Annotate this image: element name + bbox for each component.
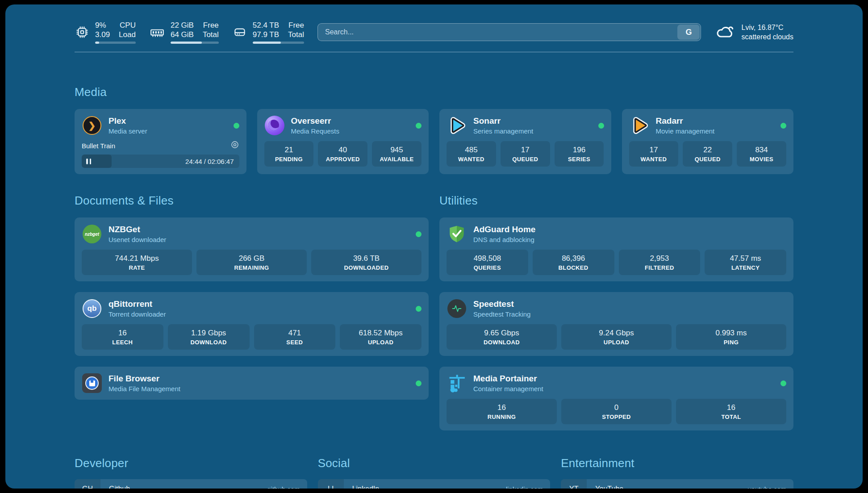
card-nzbget[interactable]: nzbget NZBGet Usenet downloader 744.21 M… bbox=[75, 217, 429, 281]
memory-progress-bar bbox=[171, 42, 219, 44]
bookmark-github[interactable]: GH Github github.com bbox=[75, 479, 307, 489]
bookmarks-entertainment: Entertainment YT YouTube youtube.com NF … bbox=[561, 456, 793, 489]
stat-total: 16 TOTAL bbox=[676, 399, 786, 424]
stat-queued: 17 QUEUED bbox=[501, 141, 550, 167]
status-dot bbox=[416, 123, 421, 129]
bookmark-youtube[interactable]: YT YouTube youtube.com bbox=[561, 479, 793, 489]
bookmark-abbr: LI bbox=[318, 479, 344, 489]
section-title-documents: Documents & Files bbox=[75, 194, 429, 208]
card-subtitle: Movie management bbox=[656, 127, 715, 136]
card-radarr[interactable]: Radarr Movie management 17 WANTED 22 QUE… bbox=[622, 109, 794, 174]
cpu-progress-bar bbox=[95, 42, 136, 44]
card-adguard[interactable]: AdGuard Home DNS and adblocking 498,508 … bbox=[439, 217, 793, 281]
playback-time: 24:44 / 02:06:47 bbox=[185, 158, 234, 165]
card-subtitle: Usenet downloader bbox=[108, 235, 166, 244]
disk-progress-bar bbox=[253, 42, 304, 44]
stat-blocked: 86,396 BLOCKED bbox=[533, 250, 614, 275]
bookmark-domain: github.com bbox=[267, 479, 307, 489]
playback-bar: 24:44 / 02:06:47 bbox=[82, 155, 239, 168]
card-subtitle: DNS and adblocking bbox=[473, 235, 535, 244]
section-title-developer: Developer bbox=[75, 456, 307, 470]
status-dot bbox=[780, 380, 786, 386]
bookmark-abbr: YT bbox=[561, 479, 587, 489]
stat-rate: 744.21 Mbps RATE bbox=[82, 250, 192, 275]
cloud-icon bbox=[714, 22, 735, 42]
card-qbittorrent[interactable]: qb qBittorrent Torrent downloader 16 LEE… bbox=[75, 292, 429, 356]
bookmark-name: YouTube bbox=[587, 479, 623, 489]
stat-wanted: 17 WANTED bbox=[629, 141, 679, 167]
stat-filtered: 2,953 FILTERED bbox=[619, 250, 701, 275]
resource-widgets: 9% 3.09 CPU Load bbox=[75, 21, 304, 44]
stat-running: 16 RUNNING bbox=[447, 399, 557, 424]
status-dot bbox=[416, 231, 421, 237]
section-title-utilities: Utilities bbox=[439, 194, 793, 208]
card-sonarr[interactable]: Sonarr Series management 485 WANTED 17 Q… bbox=[439, 109, 611, 174]
status-dot bbox=[416, 306, 421, 312]
card-title: Sonarr bbox=[473, 116, 533, 126]
bookmark-name: Github bbox=[100, 479, 130, 489]
plex-icon: ❯ bbox=[82, 115, 102, 136]
stat-ping: 0.993 ms PING bbox=[676, 324, 786, 350]
search-input[interactable] bbox=[317, 23, 701, 41]
card-speedtest[interactable]: Speedtest Speedtest Tracking 9.65 Gbps D… bbox=[439, 292, 793, 356]
card-title: Plex bbox=[108, 116, 147, 126]
qbittorrent-icon: qb bbox=[82, 298, 102, 319]
memory-icon bbox=[149, 25, 165, 40]
bookmark-linkedin[interactable]: LI LinkedIn linkedin.com bbox=[318, 479, 551, 489]
utilities-column: Utilities bbox=[439, 194, 793, 430]
status-dot bbox=[234, 123, 239, 129]
card-subtitle: Media Requests bbox=[291, 127, 339, 136]
stat-latency: 47.57 ms LATENCY bbox=[705, 250, 786, 275]
card-filebrowser[interactable]: File Browser Media File Management bbox=[75, 367, 429, 400]
overseerr-icon bbox=[264, 115, 285, 136]
stat-upload: 618.52 Mbps UPLOAD bbox=[340, 324, 421, 350]
section-title-media: Media bbox=[75, 85, 793, 99]
search-provider-button[interactable]: G bbox=[677, 25, 700, 40]
card-subtitle: Media server bbox=[108, 127, 147, 136]
media-cards: ❯ Plex Media server Bullet Train bbox=[75, 109, 793, 174]
stat-movies: 834 MOVIES bbox=[737, 141, 786, 167]
status-dot bbox=[598, 123, 604, 129]
stat-wanted: 485 WANTED bbox=[447, 141, 496, 167]
stat-pending: 21 PENDING bbox=[264, 141, 314, 167]
bookmark-domain: youtube.com bbox=[748, 479, 793, 489]
card-overseerr[interactable]: Overseerr Media Requests 21 PENDING 40 A… bbox=[257, 109, 429, 174]
stat-queued: 22 QUEUED bbox=[683, 141, 732, 167]
topbar-divider bbox=[75, 52, 793, 52]
card-title: Speedtest bbox=[473, 299, 530, 309]
weather-widget[interactable]: Lviv, 16.87°C scattered clouds bbox=[714, 22, 793, 42]
card-subtitle: Series management bbox=[473, 127, 533, 136]
disk-labels: Free Total bbox=[288, 21, 304, 39]
card-plex[interactable]: ❯ Plex Media server Bullet Train bbox=[75, 109, 246, 174]
bookmarks-social: Social LI LinkedIn linkedin.com TW Twitt… bbox=[318, 456, 551, 489]
radarr-icon bbox=[629, 115, 650, 136]
status-dot bbox=[416, 380, 421, 386]
weather-condition: scattered clouds bbox=[741, 32, 793, 42]
dashboard: 9% 3.09 CPU Load bbox=[5, 4, 863, 489]
stat-downloaded: 39.6 TB DOWNLOADED bbox=[311, 250, 421, 275]
disk-widget: 52.4 TB 97.9 TB Free Total bbox=[232, 21, 304, 44]
stat-download: 1.19 Gbps DOWNLOAD bbox=[168, 324, 250, 350]
nzbget-icon: nzbget bbox=[82, 224, 102, 244]
bookmarks-developer: Developer GH Github github.com SO StackO… bbox=[75, 456, 307, 489]
card-title: qBittorrent bbox=[108, 299, 166, 309]
card-subtitle: Speedtest Tracking bbox=[473, 310, 530, 319]
now-playing-settings-icon[interactable] bbox=[230, 140, 239, 151]
pause-button[interactable] bbox=[86, 159, 91, 164]
card-portainer[interactable]: Media Portainer Container management 16 … bbox=[439, 367, 793, 430]
card-title: NZBGet bbox=[108, 224, 166, 235]
stat-series: 196 SERIES bbox=[555, 141, 604, 167]
stat-remaining: 266 GB REMAINING bbox=[196, 250, 307, 275]
card-title: Media Portainer bbox=[473, 373, 543, 384]
stat-stopped: 0 STOPPED bbox=[561, 399, 672, 424]
cpu-icon bbox=[75, 25, 90, 40]
portainer-icon bbox=[447, 373, 467, 393]
sonarr-icon bbox=[447, 115, 467, 136]
section-title-entertainment: Entertainment bbox=[561, 456, 793, 470]
speedtest-icon bbox=[447, 298, 467, 319]
bookmark-name: LinkedIn bbox=[344, 479, 380, 489]
card-title: File Browser bbox=[108, 373, 180, 384]
weather-location-temp: Lviv, 16.87°C bbox=[741, 23, 793, 32]
card-subtitle: Container management bbox=[473, 384, 543, 393]
memory-widget: 22 GiB 64 GiB Free Total bbox=[149, 21, 219, 44]
